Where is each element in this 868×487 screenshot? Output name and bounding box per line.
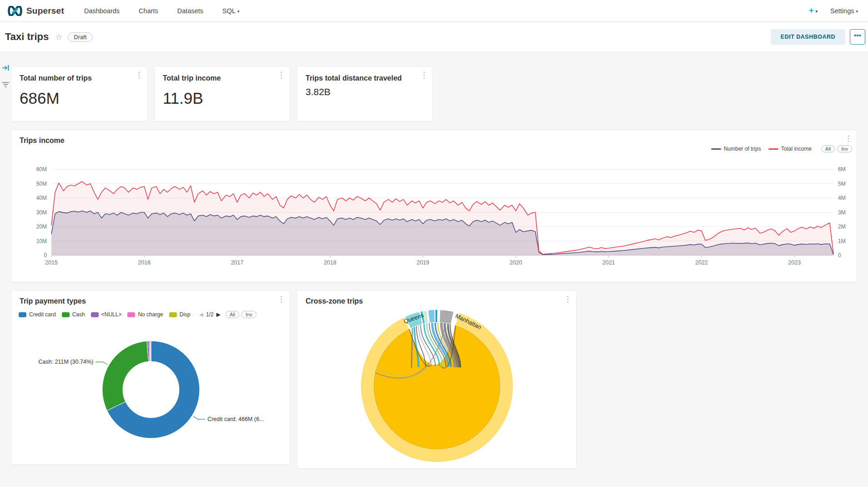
legend-swatch [19,312,26,317]
svg-text:6M: 6M [838,166,846,172]
legend-item[interactable]: Disp [169,311,191,318]
timeseries-legend: Number of tripsTotal incomeAllInv [711,145,852,152]
svg-text:Credit card: 466M (6...: Credit card: 466M (6... [207,416,264,422]
expand-filter-bar-icon[interactable] [2,64,10,73]
kpi-title: Trips total distance traveled [306,74,410,83]
svg-text:2020: 2020 [509,259,522,266]
svg-text:40M: 40M [36,195,47,201]
legend-label: Total income [781,146,812,152]
chart-title: Trip payment types [20,297,86,305]
legend-item[interactable]: No charge [127,311,163,318]
legend-swatch [711,148,721,150]
kebab-menu-icon[interactable]: ⋮ [844,135,852,142]
kpi-value: 11.9B [163,89,281,107]
legend-page-indicator: 1/2 [206,311,214,318]
kebab-menu-icon[interactable]: ⋮ [420,71,428,79]
kpi-value: 686M [20,89,139,107]
new-item-button[interactable]: +▾ [809,6,818,15]
legend-item[interactable]: Cash [62,311,85,318]
nav-item-charts[interactable]: Charts [139,7,158,15]
nav-menu: DashboardsChartsDatasetsSQL▾ [84,7,259,15]
dashboard-canvas: Total number of trips ⋮ 686M Total trip … [0,51,868,487]
legend-swatch [169,312,177,317]
payment-donut-chart[interactable]: Credit card: 466M (6...Cash: 211M (30.74… [11,323,290,464]
kpi-card-trip-income: Total trip income ⋮ 11.9B [154,66,290,122]
legend-pill-all[interactable]: All [821,145,835,152]
edit-dashboard-button[interactable]: EDIT DASHBOARD [771,29,845,45]
legend-pill-inv[interactable]: Inv [241,311,256,318]
chevron-down-icon: ▾ [816,9,818,14]
kpi-value: 3.82B [306,86,424,97]
legend-item[interactable]: Number of trips [711,146,761,152]
svg-text:Cash: 211M (30.74%): Cash: 211M (30.74%) [39,359,94,365]
legend-next-page-icon[interactable]: ▶ [216,311,221,318]
kebab-menu-icon[interactable]: ⋮ [277,295,285,303]
kpi-title: Total number of trips [20,74,124,83]
chart-title: Cross-zone trips [306,297,363,305]
dashboard-header: Taxi trips ☆ Draft EDIT DASHBOARD ••• [0,22,868,51]
more-options-button[interactable]: ••• [850,29,865,45]
status-badge: Draft [68,32,92,42]
nav-item-dashboards[interactable]: Dashboards [84,7,120,15]
superset-logo[interactable]: Superset [7,6,64,16]
chevron-down-icon: ▾ [856,9,858,14]
kpi-card-total-trips: Total number of trips ⋮ 686M [11,66,148,122]
trips-income-panel: Trips income ⋮ Number of tripsTotal inco… [11,130,857,282]
svg-text:10M: 10M [36,238,47,244]
trips-income-chart[interactable]: 0010M1M20M2M30M3M40M4M50M5M60M6M20152016… [11,156,857,282]
legend-label: Credit card [29,311,56,318]
page-title: Taxi trips [5,31,49,43]
legend-swatch [127,312,135,317]
svg-text:2016: 2016 [138,259,151,266]
legend-item[interactable]: Credit card [19,311,56,318]
chevron-down-icon: ▾ [237,9,240,14]
svg-text:2022: 2022 [695,259,708,266]
svg-text:2023: 2023 [788,259,801,266]
legend-item[interactable]: Total income [768,146,812,152]
kebab-menu-icon[interactable]: ⋮ [135,71,143,79]
svg-text:2017: 2017 [231,259,244,266]
superset-logo-icon [7,6,23,16]
nav-item-datasets[interactable]: Datasets [177,7,203,15]
svg-text:2M: 2M [838,223,846,230]
svg-text:2018: 2018 [324,259,336,266]
svg-text:3M: 3M [838,209,846,216]
chart-title: Trips income [20,137,65,145]
kpi-card-total-distance: Trips total distance traveled ⋮ 3.82B [297,66,433,122]
legend-label: Disp [180,311,191,318]
legend-label: <NULL> [101,311,122,318]
pie-legend: Credit cardCash<NULL>No chargeDisp◀1/2▶A… [19,311,285,318]
brand-name: Superset [26,6,64,16]
legend-label: Cash [72,311,85,318]
svg-text:4M: 4M [838,195,846,201]
svg-text:2019: 2019 [416,259,429,266]
kpi-title: Total trip income [163,74,267,83]
svg-text:0: 0 [44,252,47,259]
legend-swatch [62,312,70,317]
svg-text:2021: 2021 [602,259,615,266]
legend-pill-inv[interactable]: Inv [837,145,852,152]
legend-swatch [91,312,99,317]
kebab-menu-icon[interactable]: ⋮ [277,71,285,79]
legend-item[interactable]: <NULL> [91,311,122,318]
settings-menu[interactable]: Settings▾ [830,7,858,15]
favorite-star-icon[interactable]: ☆ [55,32,62,42]
legend-label: No charge [138,311,163,318]
svg-text:20M: 20M [36,223,47,230]
svg-text:50M: 50M [36,181,47,187]
legend-label: Number of trips [724,146,761,152]
legend-pill-all[interactable]: All [226,311,239,318]
nav-item-sql[interactable]: SQL▾ [222,7,240,15]
trip-payment-types-panel: Trip payment types ⋮ Credit cardCash<NUL… [11,290,290,465]
svg-text:60M: 60M [36,166,47,172]
legend-swatch [768,148,778,150]
svg-text:1M: 1M [838,238,846,244]
filter-icon[interactable] [2,81,10,90]
svg-text:0: 0 [838,252,841,259]
legend-prev-page-icon[interactable]: ◀ [199,311,203,318]
svg-text:30M: 30M [36,209,47,216]
top-navigation: Superset DashboardsChartsDatasetsSQL▾ +▾… [0,0,868,22]
kebab-menu-icon[interactable]: ⋮ [564,295,572,303]
svg-text:2015: 2015 [45,259,58,266]
cross-zone-chord-chart[interactable]: ManhattanQueens [297,305,576,468]
